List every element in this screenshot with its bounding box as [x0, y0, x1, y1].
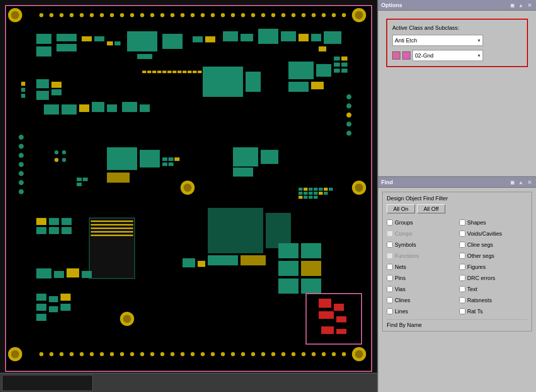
svg-point-216 — [54, 158, 58, 162]
svg-rect-135 — [167, 71, 171, 73]
svg-rect-157 — [241, 255, 266, 265]
svg-rect-183 — [183, 258, 195, 267]
svg-rect-78 — [56, 34, 77, 41]
drc-checkbox[interactable] — [459, 275, 465, 281]
svg-point-34 — [241, 13, 245, 17]
svg-point-29 — [191, 13, 195, 17]
find-pin-icon[interactable]: ◼ — [509, 179, 516, 186]
find-item-figures: Figures — [459, 262, 528, 272]
svg-rect-151 — [36, 227, 46, 234]
lines-label: Lines — [395, 308, 408, 314]
nets-checkbox[interactable] — [387, 264, 393, 270]
svg-point-108 — [19, 171, 24, 176]
text-checkbox[interactable] — [459, 286, 465, 292]
find-by-name-label: Find By Name — [387, 322, 422, 328]
svg-rect-95 — [324, 31, 341, 44]
svg-rect-164 — [83, 178, 88, 181]
pin-icon[interactable]: ◼ — [509, 2, 516, 9]
figures-checkbox[interactable] — [459, 264, 465, 270]
svg-rect-220 — [107, 173, 130, 183]
svg-point-36 — [261, 13, 265, 17]
svg-rect-160 — [174, 157, 180, 161]
find-close-icon[interactable]: ✕ — [526, 179, 533, 186]
svg-rect-165 — [77, 183, 82, 186]
svg-point-217 — [62, 158, 66, 162]
svg-rect-181 — [309, 196, 313, 199]
find-up-icon[interactable]: ▲ — [517, 179, 524, 186]
svg-point-62 — [211, 352, 215, 356]
rats-checkbox[interactable] — [459, 308, 465, 314]
svg-rect-207 — [61, 304, 71, 311]
svg-rect-138 — [183, 71, 187, 73]
svg-point-210 — [346, 103, 351, 108]
close-icon[interactable]: ✕ — [526, 2, 533, 9]
svg-rect-84 — [137, 54, 152, 59]
svg-point-64 — [231, 352, 235, 356]
svg-rect-192 — [301, 261, 321, 276]
svg-point-109 — [19, 180, 24, 185]
svg-rect-92 — [281, 31, 296, 41]
svg-point-45 — [39, 352, 43, 356]
svg-rect-179 — [299, 196, 303, 199]
svg-rect-97 — [21, 82, 25, 86]
pcb-bottom-bar — [0, 373, 377, 392]
pcb-canvas[interactable] — [5, 5, 372, 372]
svg-rect-150 — [62, 218, 72, 225]
svg-rect-118 — [122, 102, 137, 112]
othersegs-checkbox[interactable] — [459, 253, 465, 259]
svg-point-51 — [100, 352, 104, 356]
up-arrow-icon[interactable]: ▲ — [517, 2, 524, 9]
svg-rect-166 — [299, 188, 303, 191]
svg-point-75 — [342, 352, 346, 356]
svg-rect-205 — [36, 304, 46, 311]
svg-rect-203 — [49, 296, 58, 302]
svg-point-33 — [231, 13, 235, 17]
all-off-button[interactable]: All Off — [417, 204, 445, 213]
svg-rect-154 — [208, 208, 263, 253]
pins-checkbox[interactable] — [387, 275, 393, 281]
svg-rect-148 — [36, 218, 46, 225]
svg-rect-90 — [241, 34, 253, 41]
svg-rect-172 — [329, 188, 333, 191]
svg-rect-93 — [299, 34, 309, 41]
svg-rect-185 — [36, 268, 51, 278]
class-dropdown-container: Anti Etch Etch Via — [392, 35, 522, 46]
svg-point-22 — [120, 13, 124, 17]
ratsnests-checkbox[interactable] — [459, 297, 465, 303]
svg-rect-178 — [324, 192, 328, 195]
svg-rect-177 — [319, 192, 323, 195]
class-dropdown[interactable]: Anti Etch Etch Via — [392, 35, 483, 46]
svg-rect-83 — [162, 34, 183, 49]
svg-rect-98 — [21, 88, 25, 92]
all-on-button[interactable]: All On — [387, 204, 415, 213]
svg-rect-223 — [233, 167, 253, 177]
find-group: Design Object Find Filter All On All Off… — [382, 192, 532, 331]
clines-checkbox[interactable] — [387, 297, 393, 303]
svg-rect-96 — [319, 46, 326, 51]
find-item-voids: Voids/Cavities — [459, 229, 528, 239]
subclass-dropdown[interactable]: 02-Gnd 01-Top 03-Bottom — [412, 50, 483, 61]
vias-checkbox[interactable] — [387, 286, 393, 292]
svg-rect-219 — [140, 150, 160, 167]
svg-point-26 — [160, 13, 164, 17]
voids-checkbox[interactable] — [459, 231, 465, 237]
find-item-groups: Groups — [387, 217, 455, 228]
svg-rect-170 — [319, 188, 323, 191]
lines-checkbox[interactable] — [387, 308, 393, 314]
svg-point-32 — [221, 13, 225, 17]
svg-rect-221 — [233, 147, 258, 166]
svg-rect-186 — [54, 271, 64, 278]
functions-checkbox[interactable] — [387, 253, 393, 259]
svg-point-61 — [201, 352, 205, 356]
svg-rect-200 — [336, 329, 346, 334]
find-item-functions: Functions — [387, 251, 455, 261]
shapes-checkbox[interactable] — [459, 219, 465, 226]
svg-rect-182 — [314, 196, 318, 199]
active-class-label: Active Class and Subclass: — [392, 25, 522, 31]
comps-checkbox[interactable] — [387, 231, 393, 237]
symbols-checkbox[interactable] — [387, 242, 393, 248]
clinesegs-checkbox[interactable] — [459, 242, 465, 248]
groups-checkbox[interactable] — [387, 219, 393, 226]
svg-rect-122 — [288, 82, 309, 92]
functions-label: Functions — [395, 253, 419, 259]
